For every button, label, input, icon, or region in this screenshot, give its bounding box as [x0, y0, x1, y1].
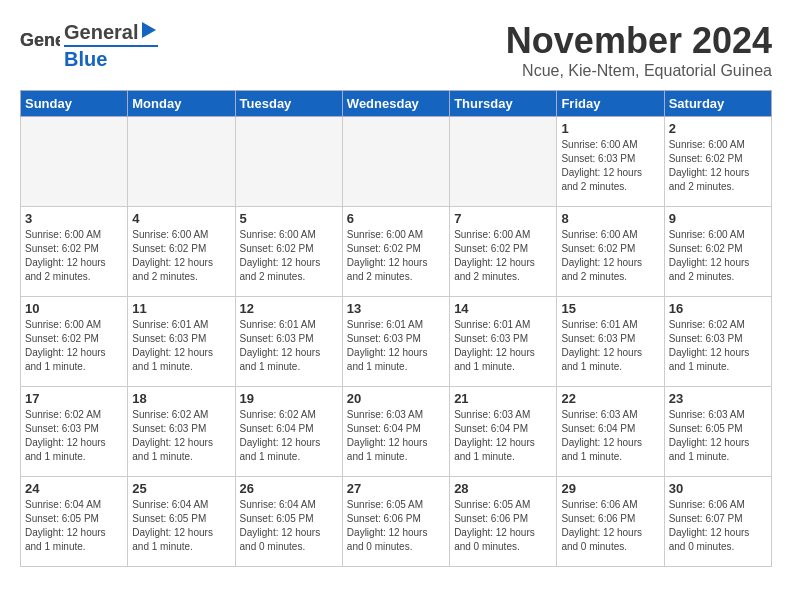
day-info: Sunrise: 6:01 AM Sunset: 6:03 PM Dayligh…	[347, 318, 445, 374]
calendar-cell: 22Sunrise: 6:03 AM Sunset: 6:04 PM Dayli…	[557, 387, 664, 477]
day-info: Sunrise: 6:02 AM Sunset: 6:03 PM Dayligh…	[669, 318, 767, 374]
calendar-cell: 21Sunrise: 6:03 AM Sunset: 6:04 PM Dayli…	[450, 387, 557, 477]
calendar-cell: 2Sunrise: 6:00 AM Sunset: 6:02 PM Daylig…	[664, 117, 771, 207]
calendar-header-monday: Monday	[128, 91, 235, 117]
day-number: 28	[454, 481, 552, 496]
calendar-cell: 6Sunrise: 6:00 AM Sunset: 6:02 PM Daylig…	[342, 207, 449, 297]
calendar-cell: 27Sunrise: 6:05 AM Sunset: 6:06 PM Dayli…	[342, 477, 449, 567]
calendar-cell: 25Sunrise: 6:04 AM Sunset: 6:05 PM Dayli…	[128, 477, 235, 567]
calendar-cell: 8Sunrise: 6:00 AM Sunset: 6:02 PM Daylig…	[557, 207, 664, 297]
svg-marker-2	[142, 22, 156, 38]
day-info: Sunrise: 6:06 AM Sunset: 6:07 PM Dayligh…	[669, 498, 767, 554]
day-number: 13	[347, 301, 445, 316]
day-info: Sunrise: 6:05 AM Sunset: 6:06 PM Dayligh…	[347, 498, 445, 554]
day-number: 9	[669, 211, 767, 226]
calendar-cell: 20Sunrise: 6:03 AM Sunset: 6:04 PM Dayli…	[342, 387, 449, 477]
calendar-cell: 24Sunrise: 6:04 AM Sunset: 6:05 PM Dayli…	[21, 477, 128, 567]
day-number: 24	[25, 481, 123, 496]
day-info: Sunrise: 6:04 AM Sunset: 6:05 PM Dayligh…	[25, 498, 123, 554]
day-info: Sunrise: 6:03 AM Sunset: 6:04 PM Dayligh…	[454, 408, 552, 464]
day-info: Sunrise: 6:00 AM Sunset: 6:02 PM Dayligh…	[25, 318, 123, 374]
calendar-header-friday: Friday	[557, 91, 664, 117]
day-number: 19	[240, 391, 338, 406]
day-info: Sunrise: 6:00 AM Sunset: 6:02 PM Dayligh…	[132, 228, 230, 284]
calendar-header-tuesday: Tuesday	[235, 91, 342, 117]
calendar-cell: 1Sunrise: 6:00 AM Sunset: 6:03 PM Daylig…	[557, 117, 664, 207]
day-info: Sunrise: 6:02 AM Sunset: 6:03 PM Dayligh…	[132, 408, 230, 464]
calendar-header-wednesday: Wednesday	[342, 91, 449, 117]
day-number: 7	[454, 211, 552, 226]
calendar-cell: 26Sunrise: 6:04 AM Sunset: 6:05 PM Dayli…	[235, 477, 342, 567]
day-number: 22	[561, 391, 659, 406]
logo-blue: Blue	[64, 45, 158, 71]
calendar-cell: 30Sunrise: 6:06 AM Sunset: 6:07 PM Dayli…	[664, 477, 771, 567]
logo-general: General	[64, 21, 138, 44]
calendar-cell: 14Sunrise: 6:01 AM Sunset: 6:03 PM Dayli…	[450, 297, 557, 387]
calendar-header-row: SundayMondayTuesdayWednesdayThursdayFrid…	[21, 91, 772, 117]
calendar-cell: 11Sunrise: 6:01 AM Sunset: 6:03 PM Dayli…	[128, 297, 235, 387]
day-number: 15	[561, 301, 659, 316]
day-info: Sunrise: 6:03 AM Sunset: 6:04 PM Dayligh…	[347, 408, 445, 464]
calendar-cell: 17Sunrise: 6:02 AM Sunset: 6:03 PM Dayli…	[21, 387, 128, 477]
day-number: 20	[347, 391, 445, 406]
calendar-cell: 5Sunrise: 6:00 AM Sunset: 6:02 PM Daylig…	[235, 207, 342, 297]
day-number: 17	[25, 391, 123, 406]
calendar-cell: 3Sunrise: 6:00 AM Sunset: 6:02 PM Daylig…	[21, 207, 128, 297]
calendar-week-5: 24Sunrise: 6:04 AM Sunset: 6:05 PM Dayli…	[21, 477, 772, 567]
calendar-header-sunday: Sunday	[21, 91, 128, 117]
day-info: Sunrise: 6:00 AM Sunset: 6:02 PM Dayligh…	[669, 228, 767, 284]
day-info: Sunrise: 6:01 AM Sunset: 6:03 PM Dayligh…	[240, 318, 338, 374]
day-number: 26	[240, 481, 338, 496]
calendar-cell: 4Sunrise: 6:00 AM Sunset: 6:02 PM Daylig…	[128, 207, 235, 297]
day-info: Sunrise: 6:00 AM Sunset: 6:02 PM Dayligh…	[669, 138, 767, 194]
day-number: 3	[25, 211, 123, 226]
day-number: 16	[669, 301, 767, 316]
calendar-cell	[342, 117, 449, 207]
title-block: November 2024 Ncue, Kie-Ntem, Equatorial…	[506, 20, 772, 80]
calendar-header-thursday: Thursday	[450, 91, 557, 117]
logo: Gene Gene General Blue	[20, 20, 158, 71]
calendar-cell: 9Sunrise: 6:00 AM Sunset: 6:02 PM Daylig…	[664, 207, 771, 297]
day-number: 21	[454, 391, 552, 406]
page-subtitle: Ncue, Kie-Ntem, Equatorial Guinea	[506, 62, 772, 80]
day-number: 11	[132, 301, 230, 316]
svg-text:Gene: Gene	[20, 30, 60, 50]
calendar-week-4: 17Sunrise: 6:02 AM Sunset: 6:03 PM Dayli…	[21, 387, 772, 477]
page-title: November 2024	[506, 20, 772, 62]
calendar-cell: 23Sunrise: 6:03 AM Sunset: 6:05 PM Dayli…	[664, 387, 771, 477]
calendar-cell	[128, 117, 235, 207]
day-info: Sunrise: 6:02 AM Sunset: 6:03 PM Dayligh…	[25, 408, 123, 464]
calendar-cell	[21, 117, 128, 207]
day-info: Sunrise: 6:03 AM Sunset: 6:05 PM Dayligh…	[669, 408, 767, 464]
day-info: Sunrise: 6:03 AM Sunset: 6:04 PM Dayligh…	[561, 408, 659, 464]
calendar-cell: 29Sunrise: 6:06 AM Sunset: 6:06 PM Dayli…	[557, 477, 664, 567]
day-number: 1	[561, 121, 659, 136]
day-info: Sunrise: 6:01 AM Sunset: 6:03 PM Dayligh…	[132, 318, 230, 374]
calendar-week-2: 3Sunrise: 6:00 AM Sunset: 6:02 PM Daylig…	[21, 207, 772, 297]
calendar-cell	[450, 117, 557, 207]
day-info: Sunrise: 6:00 AM Sunset: 6:02 PM Dayligh…	[561, 228, 659, 284]
day-info: Sunrise: 6:00 AM Sunset: 6:02 PM Dayligh…	[347, 228, 445, 284]
day-number: 2	[669, 121, 767, 136]
calendar-cell: 12Sunrise: 6:01 AM Sunset: 6:03 PM Dayli…	[235, 297, 342, 387]
page-header: Gene Gene General Blue November 2024 Ncu…	[20, 20, 772, 80]
day-number: 14	[454, 301, 552, 316]
day-info: Sunrise: 6:06 AM Sunset: 6:06 PM Dayligh…	[561, 498, 659, 554]
calendar-cell	[235, 117, 342, 207]
calendar-week-3: 10Sunrise: 6:00 AM Sunset: 6:02 PM Dayli…	[21, 297, 772, 387]
calendar-table: SundayMondayTuesdayWednesdayThursdayFrid…	[20, 90, 772, 567]
calendar-cell: 19Sunrise: 6:02 AM Sunset: 6:04 PM Dayli…	[235, 387, 342, 477]
day-number: 29	[561, 481, 659, 496]
logo-arrow	[140, 20, 158, 45]
calendar-cell: 10Sunrise: 6:00 AM Sunset: 6:02 PM Dayli…	[21, 297, 128, 387]
day-number: 30	[669, 481, 767, 496]
day-info: Sunrise: 6:04 AM Sunset: 6:05 PM Dayligh…	[132, 498, 230, 554]
calendar-header-saturday: Saturday	[664, 91, 771, 117]
calendar-cell: 28Sunrise: 6:05 AM Sunset: 6:06 PM Dayli…	[450, 477, 557, 567]
calendar-cell: 13Sunrise: 6:01 AM Sunset: 6:03 PM Dayli…	[342, 297, 449, 387]
calendar-week-1: 1Sunrise: 6:00 AM Sunset: 6:03 PM Daylig…	[21, 117, 772, 207]
day-info: Sunrise: 6:00 AM Sunset: 6:02 PM Dayligh…	[25, 228, 123, 284]
day-info: Sunrise: 6:00 AM Sunset: 6:02 PM Dayligh…	[240, 228, 338, 284]
day-number: 8	[561, 211, 659, 226]
calendar-cell: 15Sunrise: 6:01 AM Sunset: 6:03 PM Dayli…	[557, 297, 664, 387]
